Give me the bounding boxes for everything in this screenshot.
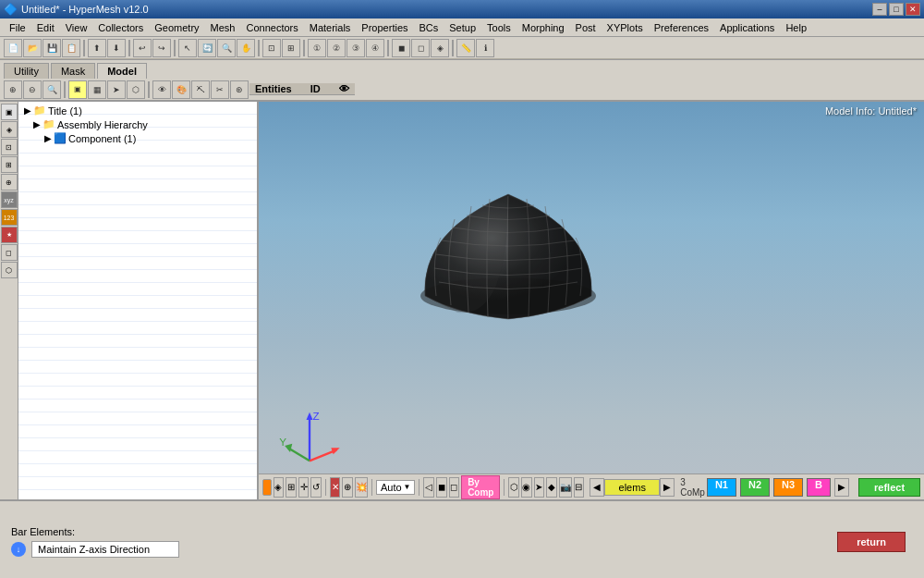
elems-next-btn[interactable]: ▶ <box>660 478 675 497</box>
tree-item-title[interactable]: ▶ 📁 Title (1) <box>22 104 253 117</box>
select-button[interactable]: ↖ <box>178 39 197 57</box>
tab-model[interactable]: Model <box>97 63 147 79</box>
elems-prev-btn[interactable]: ◀ <box>590 478 604 497</box>
vp-arrow-btn[interactable]: ➤ <box>534 477 545 498</box>
menu-connectors[interactable]: Connectors <box>240 20 303 35</box>
shading-button[interactable]: ◼ <box>392 39 410 57</box>
rotate-button[interactable]: 🔄 <box>198 39 216 57</box>
close-button[interactable]: ✕ <box>906 3 920 16</box>
fit-all-button[interactable]: ⊡ <box>262 39 281 57</box>
info-button[interactable]: ℹ <box>476 39 494 57</box>
undo-button[interactable]: ↩ <box>133 39 152 57</box>
tb2-btn2[interactable]: ⊖ <box>23 80 42 99</box>
tb2-btn5[interactable]: ▦ <box>88 80 106 99</box>
vp-camera-btn[interactable]: 📷 <box>559 477 572 498</box>
tb2-btn7[interactable]: ⬡ <box>127 80 145 99</box>
wireframe-button[interactable]: ◻ <box>411 39 430 57</box>
measure-button[interactable]: 📏 <box>456 39 475 57</box>
tb2-btn4[interactable]: ▣ <box>68 80 87 99</box>
menu-materials[interactable]: Materials <box>304 20 357 35</box>
tree-item-assembly[interactable]: ▶ 📁 Assembly Hierarchy <box>22 117 253 131</box>
vp-explode-btn[interactable]: 💥 <box>355 477 368 498</box>
tb2-btn8[interactable]: 👁 <box>152 80 171 99</box>
menu-properties[interactable]: Properties <box>356 20 413 35</box>
open-button[interactable]: 📂 <box>23 39 42 57</box>
vtb-btn1[interactable]: ▣ <box>1 104 18 120</box>
vtb-btn8[interactable]: ★ <box>1 227 18 243</box>
vp-mesh-btn[interactable]: ⊞ <box>286 477 297 498</box>
vtb-btn9[interactable]: ◻ <box>1 244 18 261</box>
vp-move-btn[interactable]: ✛ <box>298 477 310 498</box>
pan-button[interactable]: ✋ <box>237 39 255 57</box>
new-button[interactable]: 📄 <box>4 39 22 57</box>
maximize-button[interactable]: □ <box>889 3 904 16</box>
minimize-button[interactable]: – <box>872 3 887 16</box>
vtb-btn2[interactable]: ◈ <box>1 121 18 138</box>
vtb-btn10[interactable]: ⬡ <box>1 262 18 278</box>
vtb-btn5[interactable]: ⊕ <box>1 174 18 191</box>
menu-edit[interactable]: Edit <box>31 20 60 35</box>
view-4-button[interactable]: ④ <box>366 39 384 57</box>
menu-xyplots[interactable]: XYPlots <box>602 20 649 35</box>
fit-select-button[interactable]: ⊞ <box>282 39 300 57</box>
vp-box-btn[interactable]: ⬡ <box>508 477 519 498</box>
title-bar-controls[interactable]: – □ ✕ <box>872 3 920 16</box>
tb2-btn1[interactable]: ⊕ <box>4 80 22 99</box>
menu-preferences[interactable]: Preferences <box>649 20 714 35</box>
vtb-btn7[interactable]: 123 <box>1 209 18 226</box>
render-button[interactable]: ◈ <box>431 39 449 57</box>
n2-button[interactable]: N2 <box>740 478 770 497</box>
vp-duplicate-btn[interactable]: ⊕ <box>342 477 353 498</box>
reflect-button[interactable]: reflect <box>858 478 920 497</box>
menu-mesh[interactable]: Mesh <box>205 20 241 35</box>
vtb-btn6[interactable]: xyz <box>1 191 18 208</box>
menu-post[interactable]: Post <box>570 20 602 35</box>
view-1-button[interactable]: ① <box>308 39 326 57</box>
bar-elements-dropdown[interactable]: Maintain Z-axis Direction <box>31 541 179 558</box>
tb2-btn12[interactable]: ⊛ <box>230 80 249 99</box>
menu-bcs[interactable]: BCs <box>414 20 444 35</box>
vp-grid-btn[interactable]: ⊟ <box>574 477 585 498</box>
vp-select-btn[interactable]: ◈ <box>274 477 285 498</box>
import-button[interactable]: ⬆ <box>88 39 106 57</box>
menu-geometry[interactable]: Geometry <box>149 20 204 35</box>
menu-view[interactable]: View <box>60 20 93 35</box>
tree-item-component[interactable]: ▶ 🟦 Component (1) <box>22 131 253 145</box>
n3-button[interactable]: N3 <box>773 478 803 497</box>
return-button[interactable]: return <box>837 532 906 552</box>
view-2-button[interactable]: ② <box>327 39 346 57</box>
vp-sphere-btn[interactable]: ◉ <box>521 477 532 498</box>
menu-help[interactable]: Help <box>780 20 812 35</box>
vp-wire-btn[interactable]: ◻ <box>449 477 460 498</box>
vp-diamond-btn[interactable]: ◆ <box>546 477 557 498</box>
vp-rotate-btn[interactable]: ↺ <box>310 477 322 498</box>
n1-button[interactable]: N1 <box>707 478 736 497</box>
tab-mask[interactable]: Mask <box>51 63 95 79</box>
menu-file[interactable]: File <box>4 20 31 35</box>
viewport[interactable]: Model Info: Untitled* <box>259 102 924 499</box>
b-button[interactable]: B <box>807 478 831 497</box>
menu-applications[interactable]: Applications <box>714 20 780 35</box>
tb2-btn11[interactable]: ✂ <box>211 80 229 99</box>
tb2-btn6[interactable]: ➤ <box>107 80 126 99</box>
n-next-btn[interactable]: ▶ <box>834 478 849 497</box>
vp-color-btn[interactable] <box>262 479 272 496</box>
export-button[interactable]: ⬇ <box>107 39 126 57</box>
tb2-btn10[interactable]: ⛏ <box>191 80 210 99</box>
vp-view1-btn[interactable]: ◁ <box>423 477 434 498</box>
vtb-btn3[interactable]: ⊡ <box>1 139 18 155</box>
save-as-button[interactable]: 📋 <box>62 39 80 57</box>
auto-dropdown[interactable]: Auto ▼ <box>376 480 416 495</box>
menu-setup[interactable]: Setup <box>444 20 481 35</box>
vtb-btn4[interactable]: ⊞ <box>1 156 18 173</box>
zoom-button[interactable]: 🔍 <box>217 39 236 57</box>
menu-collectors[interactable]: Collectors <box>92 20 149 35</box>
view-3-button[interactable]: ③ <box>346 39 365 57</box>
tb2-btn3[interactable]: 🔍 <box>43 80 61 99</box>
vp-delete-btn[interactable]: ✕ <box>330 477 341 498</box>
menu-morphing[interactable]: Morphing <box>517 20 570 35</box>
menu-tools[interactable]: Tools <box>481 20 517 35</box>
save-button[interactable]: 💾 <box>43 39 61 57</box>
tb2-btn9[interactable]: 🎨 <box>172 80 190 99</box>
redo-button[interactable]: ↪ <box>152 39 171 57</box>
